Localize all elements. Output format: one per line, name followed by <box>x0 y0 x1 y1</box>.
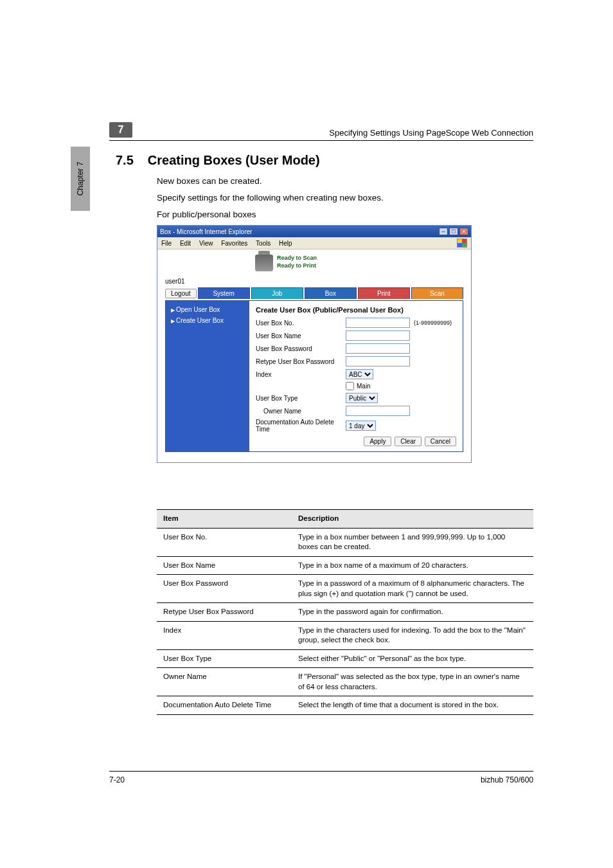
device-status: Ready to Scan Ready to Print <box>255 255 463 271</box>
tab-system[interactable]: System <box>198 287 250 299</box>
status-print: Ready to Print <box>277 262 317 270</box>
menu-view[interactable]: View <box>199 240 213 247</box>
logout-button[interactable]: Logout <box>165 289 197 298</box>
main-checkbox-label: Main <box>357 383 371 390</box>
tab-job[interactable]: Job <box>251 287 303 299</box>
userboxpass-input[interactable] <box>346 343 410 354</box>
status-scan: Ready to Scan <box>277 255 317 262</box>
table-row: User Box PasswordType in a password of a… <box>157 575 533 603</box>
index-select[interactable]: ABC <box>346 369 373 379</box>
table-row: Retype User Box PasswordType in the pass… <box>157 603 533 622</box>
menu-tools[interactable]: Tools <box>256 240 271 247</box>
menu-file[interactable]: File <box>161 240 172 247</box>
table-row: IndexType in the characters used for ind… <box>157 621 533 649</box>
index-label: Index <box>256 371 346 378</box>
userboxname-label: User Box Name <box>256 332 346 339</box>
browser-title: Box - Microsoft Internet Explorer <box>160 228 252 235</box>
table-row: Owner NameIf "Personal" was selected as … <box>157 668 533 696</box>
tab-box[interactable]: Box <box>305 287 357 299</box>
model-name: bizhub 750/600 <box>481 775 533 784</box>
th-item: Item <box>157 510 292 529</box>
box-sidebar: Open User Box Create User Box <box>166 301 249 451</box>
username-label: user01 <box>165 278 463 285</box>
paragraph-3: For public/personal boxes <box>157 208 256 221</box>
page-footer: 7-20 bizhub 750/600 <box>109 771 533 784</box>
browser-menubar: File Edit View Favorites Tools Help <box>157 237 471 249</box>
section-heading: 7.5 Creating Boxes (User Mode) <box>116 153 320 168</box>
side-chapter-chip: Chapter 7 <box>71 147 90 211</box>
paragraph-2: Specify settings for the following when … <box>157 192 384 204</box>
close-icon[interactable]: × <box>459 228 468 235</box>
page-header: 7 Specifying Settings Using PageScope We… <box>109 122 533 141</box>
table-row: User Box NameType in a box name of a max… <box>157 556 533 575</box>
autodelete-select[interactable]: 1 day <box>346 420 376 431</box>
create-box-form: Create User Box (Public/Personal User Bo… <box>249 301 463 451</box>
userboxno-hint: (1-999999999) <box>414 320 452 326</box>
sidebar-open-user-box[interactable]: Open User Box <box>171 306 244 313</box>
browser-titlebar: Box - Microsoft Internet Explorer – □ × <box>157 226 471 237</box>
tab-scan[interactable]: Scan <box>411 287 463 299</box>
chapter-number-chip: 7 <box>109 122 132 138</box>
menu-help[interactable]: Help <box>279 240 292 247</box>
table-row: User Box No.Type in a box number between… <box>157 528 533 556</box>
retypepass-input[interactable] <box>346 356 410 366</box>
cancel-button[interactable]: Cancel <box>425 437 456 446</box>
menu-favorites[interactable]: Favorites <box>221 240 247 247</box>
userboxtype-select[interactable]: Public <box>346 393 378 403</box>
form-heading: Create User Box (Public/Personal User Bo… <box>256 306 456 314</box>
retypepass-label: Retype User Box Password <box>256 358 346 365</box>
windows-logo-icon <box>457 239 467 248</box>
userboxname-input[interactable] <box>346 330 410 341</box>
userboxno-label: User Box No. <box>256 320 346 327</box>
minimize-icon[interactable]: – <box>439 228 448 235</box>
section-title: Creating Boxes (User Mode) <box>148 153 320 168</box>
maximize-icon[interactable]: □ <box>449 228 458 235</box>
printer-icon <box>255 255 273 271</box>
section-number: 7.5 <box>116 153 134 168</box>
side-section-title: Specifying Settings Using PageScope Web … <box>68 225 87 559</box>
apply-button[interactable]: Apply <box>364 437 391 446</box>
ownername-label: Owner Name <box>256 408 346 415</box>
autodelete-label: Documentation Auto Delete Time <box>256 419 346 433</box>
userboxtype-label: User Box Type <box>256 395 346 402</box>
table-row: Documentation Auto Delete TimeSelect the… <box>157 696 533 715</box>
userboxpass-label: User Box Password <box>256 345 346 352</box>
sidebar-create-user-box[interactable]: Create User Box <box>171 317 244 324</box>
description-table: Item Description User Box No.Type in a b… <box>157 509 533 715</box>
ownername-input[interactable] <box>346 406 410 416</box>
tab-print[interactable]: Print <box>358 287 410 299</box>
userboxno-input[interactable] <box>346 318 410 328</box>
table-row: User Box TypeSelect either "Public" or "… <box>157 649 533 668</box>
clear-button[interactable]: Clear <box>395 437 422 446</box>
browser-window: Box - Microsoft Internet Explorer – □ × … <box>157 225 472 463</box>
running-title: Specifying Settings Using PageScope Web … <box>329 128 533 138</box>
page-number: 7-20 <box>109 775 125 784</box>
side-chapter-label: Chapter 7 <box>76 162 85 196</box>
paragraph-1: New boxes can be created. <box>157 175 262 188</box>
th-desc: Description <box>292 510 533 529</box>
menu-edit[interactable]: Edit <box>180 240 191 247</box>
main-checkbox[interactable] <box>346 382 354 390</box>
